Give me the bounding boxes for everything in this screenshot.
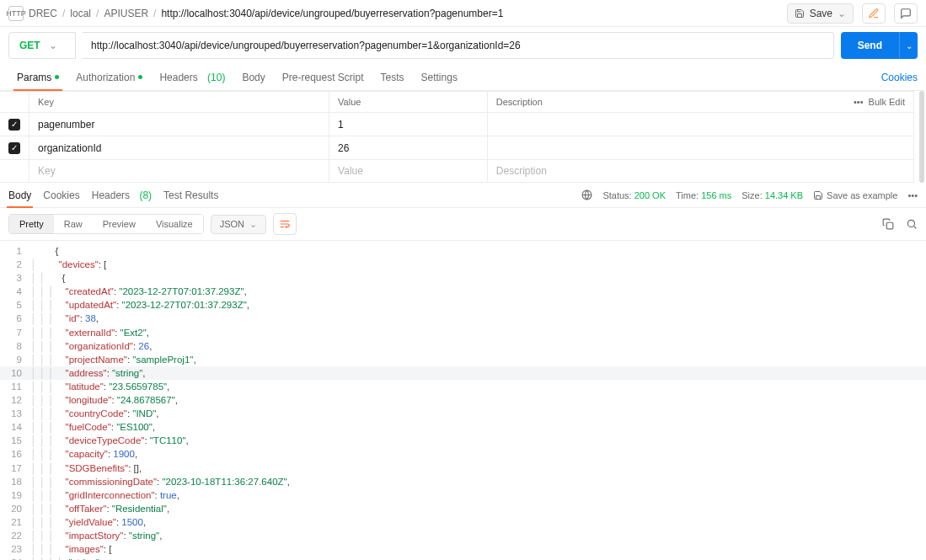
code-line: 7│ │ │ "externalId": "Ext2",: [0, 326, 926, 339]
breadcrumb-seg[interactable]: DREC: [29, 8, 57, 19]
network-icon[interactable]: [581, 189, 592, 200]
code-line: 19│ │ │ "gridInterconnection": true,: [0, 488, 926, 502]
code-line: 1 {: [0, 244, 926, 258]
tab-settings[interactable]: Settings: [413, 64, 466, 90]
param-desc[interactable]: [487, 136, 913, 160]
send-button[interactable]: Send: [841, 32, 899, 59]
code-line: 16│ │ │ "capacity": 1900,: [0, 447, 926, 461]
code-line: 15│ │ │ "deviceTypeCode": "TC110",: [0, 434, 926, 447]
view-preview[interactable]: Preview: [93, 215, 146, 233]
col-desc: Description ••• Bulk Edit: [487, 92, 913, 113]
method-select[interactable]: GET ⌄: [8, 32, 76, 59]
svg-point-5: [907, 220, 914, 227]
breadcrumb-request[interactable]: http://localhost:3040/api/device/ungroup…: [161, 8, 503, 19]
response-body-json[interactable]: 1 {2│ "devices": [3│ │ {4│ │ │ "createdA…: [0, 241, 926, 560]
wrap-lines-icon[interactable]: [273, 213, 297, 235]
code-line: 23│ │ │ "images": [: [0, 542, 926, 556]
tab-params[interactable]: Params: [8, 64, 67, 90]
code-line: 10│ │ │ "address": "string",: [0, 366, 926, 380]
param-value[interactable]: 1: [329, 113, 488, 136]
search-icon[interactable]: [906, 218, 918, 230]
code-line: 22│ │ │ "impactStory": "string",: [0, 529, 926, 542]
scrollbar[interactable]: [919, 91, 924, 183]
breadcrumb: DREC/ local/ APIUSER/ http://localhost:3…: [29, 8, 503, 19]
bulk-edit-link[interactable]: Bulk Edit: [869, 97, 905, 107]
code-line: 9│ │ │ "projectName": "sampleProj1",: [0, 353, 926, 366]
http-method-icon: HTTP: [8, 6, 24, 21]
save-example-link[interactable]: Save as example: [813, 190, 897, 200]
comment-icon[interactable]: [894, 3, 918, 24]
chevron-down-icon[interactable]: ⌄: [838, 8, 846, 19]
param-key[interactable]: organizationId: [29, 136, 329, 160]
param-key[interactable]: pagenumber: [29, 113, 329, 136]
code-line: 2│ "devices": [: [0, 258, 926, 271]
col-value: Value: [329, 92, 488, 113]
breadcrumb-seg[interactable]: APIUSER: [104, 8, 148, 19]
code-line: 11│ │ │ "latitude": "23.5659785",: [0, 380, 926, 393]
more-icon[interactable]: •••: [907, 190, 918, 200]
status-block[interactable]: Status: 200 OK: [602, 190, 666, 200]
changes-dot-icon: [138, 75, 142, 79]
code-line: 24│ │ │ │ "string": [0, 556, 926, 560]
tab-headers[interactable]: Headers (10): [151, 64, 233, 90]
time-block[interactable]: Time: 156 ms: [676, 190, 731, 200]
tab-body[interactable]: Body: [233, 64, 273, 90]
resp-tab-body[interactable]: Body: [8, 183, 31, 207]
send-more-button[interactable]: ⌄: [899, 32, 918, 59]
resp-tab-tests[interactable]: Test Results: [163, 183, 218, 207]
format-select[interactable]: JSON⌄: [211, 215, 266, 234]
view-seg: Pretty Raw Preview Visualize: [8, 214, 204, 234]
code-line: 3│ │ {: [0, 271, 926, 285]
checkbox-icon[interactable]: ✓: [8, 142, 20, 154]
code-line: 14│ │ │ "fuelCode": "ES100",: [0, 420, 926, 434]
view-visualize[interactable]: Visualize: [146, 215, 203, 233]
param-desc[interactable]: [487, 113, 913, 136]
save-label: Save: [810, 8, 832, 19]
changes-dot-icon: [55, 75, 59, 79]
tab-authorization[interactable]: Authorization: [67, 64, 151, 90]
code-line: 21│ │ │ "yieldValue": 1500,: [0, 515, 926, 529]
param-key-placeholder[interactable]: Key: [29, 160, 329, 183]
response-header: Body Cookies Headers (8) Test Results St…: [0, 183, 926, 208]
param-row: ✓ organizationId 26: [0, 136, 914, 160]
tab-prerequest[interactable]: Pre-request Script: [274, 64, 372, 90]
code-line: 17│ │ │ "SDGBenefits": [],: [0, 461, 926, 475]
param-value[interactable]: 26: [329, 136, 488, 160]
code-line: 5│ │ │ "updatedAt": "2023-12-27T07:01:37…: [0, 298, 926, 312]
param-value-placeholder[interactable]: Value: [329, 160, 488, 183]
resp-tab-headers[interactable]: Headers (8): [92, 183, 152, 207]
save-icon: [795, 8, 805, 19]
view-raw[interactable]: Raw: [54, 215, 93, 233]
param-row-new: Key Value Description: [0, 160, 914, 183]
svg-line-6: [914, 227, 917, 229]
chevron-down-icon: ⌄: [49, 40, 57, 51]
code-line: 20│ │ │ "offTaker": "Residential",: [0, 502, 926, 515]
request-row: GET ⌄ http://localhost:3040/api/device/u…: [0, 27, 926, 64]
code-line: 4│ │ │ "createdAt": "2023-12-27T07:01:37…: [0, 285, 926, 298]
code-line: 8│ │ │ "organizationId": 26,: [0, 339, 926, 353]
code-line: 6│ │ │ "id": 38,: [0, 312, 926, 325]
request-tabs: Params Authorization Headers (10) Body P…: [0, 64, 926, 91]
view-pretty[interactable]: Pretty: [9, 215, 54, 233]
resp-tab-cookies[interactable]: Cookies: [43, 183, 79, 207]
url-input[interactable]: http://localhost:3040/api/device/ungroup…: [83, 32, 834, 59]
param-desc-placeholder[interactable]: Description: [487, 160, 913, 183]
edit-icon[interactable]: [862, 3, 886, 24]
method-label: GET: [19, 40, 40, 51]
checkbox-icon[interactable]: ✓: [8, 119, 20, 131]
size-block[interactable]: Size: 14.34 KB: [741, 190, 803, 200]
save-button[interactable]: Save ⌄: [787, 3, 854, 24]
col-key: Key: [29, 92, 329, 113]
param-row: ✓ pagenumber 1: [0, 113, 914, 136]
view-bar: Pretty Raw Preview Visualize JSON⌄: [0, 208, 926, 241]
params-table: Key Value Description ••• Bulk Edit ✓ pa…: [0, 91, 914, 183]
tab-tests[interactable]: Tests: [372, 64, 413, 90]
code-line: 18│ │ │ "commissioningDate": "2023-10-18…: [0, 475, 926, 488]
breadcrumb-seg[interactable]: local: [70, 8, 91, 19]
tab-header: HTTP DREC/ local/ APIUSER/ http://localh…: [0, 0, 926, 27]
more-icon[interactable]: •••: [854, 97, 864, 107]
copy-icon[interactable]: [882, 218, 894, 230]
code-line: 12│ │ │ "longitude": "24.8678567",: [0, 393, 926, 407]
cookies-link[interactable]: Cookies: [881, 72, 918, 83]
code-line: 13│ │ │ "countryCode": "IND",: [0, 407, 926, 420]
